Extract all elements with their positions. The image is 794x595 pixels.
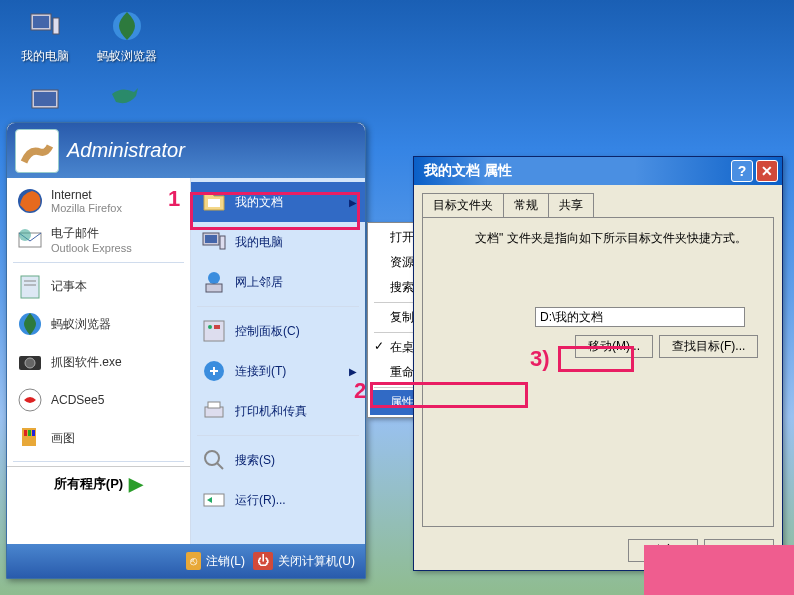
desktop-icon-my-computer[interactable]: 我的电脑 [10,6,80,65]
svg-rect-1 [33,16,49,28]
start-menu-body: InternetMozilla Firefox 电子邮件Outlook Expr… [7,178,365,544]
acdsee-icon [15,385,45,415]
user-avatar [15,129,59,173]
monitor-icon [30,88,64,122]
menu-item-search[interactable]: 搜索(S) [191,440,365,480]
menu-item-screenshot[interactable]: 抓图软件.exe [7,343,190,381]
globe-icon [15,309,45,339]
watermark-box [644,545,794,595]
tab-target-folder[interactable]: 目标文件夹 [422,193,504,217]
firefox-icon [15,186,45,216]
bird-icon [108,84,144,118]
computer-icon [25,6,65,46]
start-menu-footer: ⎋ 注销(L) ⏻ 关闭计算机(U) [7,544,365,578]
menu-item-my-computer[interactable]: 我的电脑 [191,222,365,262]
menu-item-paint[interactable]: 画图 [7,419,190,457]
globe-icon [107,6,147,46]
dialog-title: 我的文档 属性 [424,162,512,180]
svg-rect-21 [208,199,220,207]
notepad-icon [15,271,45,301]
menu-divider [13,262,184,263]
run-icon [199,485,229,515]
svg-rect-32 [208,402,220,408]
svg-rect-5 [34,92,56,106]
menu-item-ant-browser[interactable]: 蚂蚁浏览器 [7,305,190,343]
dialog-titlebar[interactable]: 我的文档 属性 ? ✕ [414,157,782,185]
find-target-button[interactable]: 查找目标(F)... [659,335,758,358]
svg-rect-2 [53,18,59,34]
arrow-right-icon: ▶ [129,473,143,495]
printer-icon [199,396,229,426]
svg-point-25 [208,272,220,284]
menu-item-internet[interactable]: InternetMozilla Firefox [7,182,190,220]
svg-point-28 [208,325,212,329]
menu-item-email[interactable]: 电子邮件Outlook Express [7,220,190,258]
shutdown-button[interactable]: ⏻ 关闭计算机(U) [253,553,355,570]
menu-divider [197,306,359,307]
svg-rect-24 [220,236,225,249]
svg-rect-10 [21,276,39,298]
annotation-label-3: 3) [530,346,550,372]
svg-rect-19 [28,430,31,436]
svg-rect-18 [24,430,27,436]
menu-divider [13,461,184,462]
start-menu-username: Administrator [67,139,185,162]
dialog-description: 文档" 文件夹是指向如下所示目标文件夹快捷方式。 [475,230,761,247]
menu-item-network[interactable]: 网上邻居 [191,262,365,302]
menu-item-acdsee[interactable]: ACDSee5 [7,381,190,419]
chevron-right-icon: ▶ [349,366,357,377]
start-menu-header: Administrator [7,123,365,178]
desktop: 我的电脑 蚂蚁浏览器 Administrator InternetMozilla… [0,0,794,595]
svg-line-34 [217,463,223,469]
menu-divider [197,435,359,436]
annotation-label-1: 1 [168,186,180,212]
menu-item-control-panel[interactable]: 控制面板(C) [191,311,365,351]
desktop-icon-ant-browser[interactable]: 蚂蚁浏览器 [92,6,162,65]
mail-icon [15,224,45,254]
tab-general[interactable]: 常规 [503,193,549,217]
svg-point-15 [25,358,35,368]
logoff-icon: ⎋ [186,552,201,570]
menu-item-my-documents[interactable]: 我的文档 ▶ [191,182,365,222]
menu-item-printers[interactable]: 打印机和传真 [191,391,365,431]
help-button[interactable]: ? [731,160,753,182]
shutdown-icon: ⏻ [253,552,273,570]
svg-rect-20 [32,430,35,436]
move-button[interactable]: 移动(M)... [575,335,653,358]
start-menu: Administrator InternetMozilla Firefox 电子… [6,122,366,579]
tab-sharing[interactable]: 共享 [548,193,594,217]
annotation-label-2: 2 [354,378,366,404]
svg-rect-27 [204,321,224,341]
desktop-icon-label: 我的电脑 [10,48,80,65]
menu-item-connect-to[interactable]: 连接到(T) ▶ [191,351,365,391]
dialog-content: 文档" 文件夹是指向如下所示目标文件夹快捷方式。 移动(M)... 查找目标(F… [422,217,774,527]
computer-icon [199,227,229,257]
logoff-button[interactable]: ⎋ 注销(L) [186,553,245,570]
control-panel-icon [199,316,229,346]
start-menu-right-panel: 我的文档 ▶ 我的电脑 网上邻居 控制面板(C) [191,178,365,544]
properties-dialog: 我的文档 属性 ? ✕ 目标文件夹 常规 共享 文档" 文件夹是指向如下所示目标… [413,156,783,571]
dialog-tabs: 目标文件夹 常规 共享 [414,185,782,217]
svg-rect-26 [206,284,222,292]
connection-icon [199,356,229,386]
svg-rect-29 [214,325,220,329]
start-menu-left-panel: InternetMozilla Firefox 电子邮件Outlook Expr… [7,178,191,544]
paint-icon [15,423,45,453]
search-icon [199,445,229,475]
folder-icon [199,187,229,217]
desktop-icon-label: 蚂蚁浏览器 [92,48,162,65]
all-programs-button[interactable]: 所有程序(P) ▶ [7,466,190,501]
network-icon [199,267,229,297]
target-path-input[interactable] [535,307,745,327]
camera-icon [15,347,45,377]
chevron-right-icon: ▶ [349,197,357,208]
svg-rect-23 [205,235,217,243]
svg-point-33 [205,451,219,465]
close-button[interactable]: ✕ [756,160,778,182]
menu-item-notepad[interactable]: 记事本 [7,267,190,305]
svg-point-9 [19,229,31,241]
menu-item-run[interactable]: 运行(R)... [191,480,365,520]
